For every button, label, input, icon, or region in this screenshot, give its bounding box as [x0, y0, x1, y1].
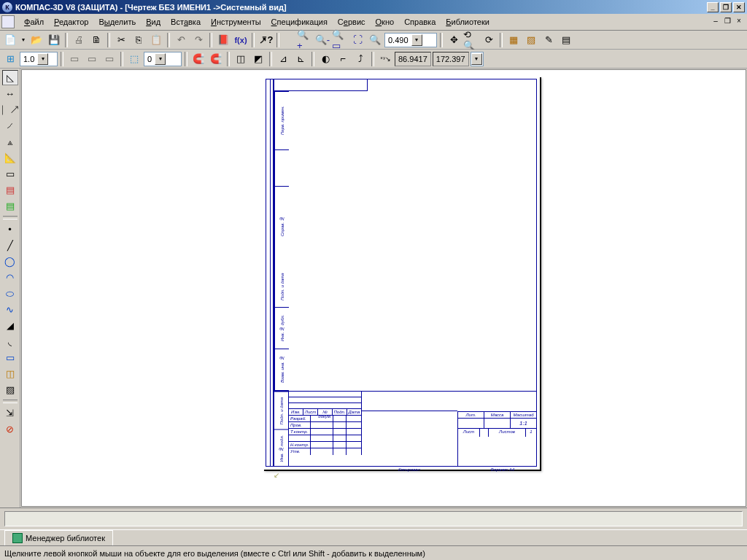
- zoom-in-button[interactable]: 🔍+: [297, 32, 313, 48]
- doc-icon[interactable]: [1, 15, 15, 28]
- view1-button[interactable]: ▦: [506, 32, 522, 48]
- toolbar-main: 📄 ▾ 📂 💾 🖨 🗎 ✂ ⎘ 📋 ↶ ↷ 📕 f(x) ⭷? 🔍+ 🔍- 🔍▭…: [0, 31, 747, 50]
- menu-insert[interactable]: Вставка: [166, 16, 206, 28]
- mdi-restore[interactable]: ❐: [722, 18, 732, 26]
- menu-select[interactable]: Выделить: [93, 16, 141, 28]
- zoom-out-button[interactable]: 🔍-: [314, 32, 330, 48]
- new-dropdown[interactable]: ▾: [20, 32, 27, 48]
- menu-help[interactable]: Справка: [399, 16, 441, 28]
- point-tool[interactable]: •: [2, 222, 18, 237]
- canvas[interactable]: Перв. примен. Справ. № Подп. и дата Инв.…: [21, 69, 746, 507]
- print-button[interactable]: 🖨: [71, 32, 87, 48]
- round-button[interactable]: ◐: [317, 51, 333, 67]
- layer-combo[interactable]: 0 ▾: [144, 52, 182, 66]
- window-title: КОМПАС-3D V8 (ЗАЩИТА) - [Чертеж БЕЗ ИМЕН…: [15, 3, 707, 12]
- dropdown-icon[interactable]: ▾: [471, 53, 482, 65]
- lineweight-combo[interactable]: 1.0 ▾: [20, 52, 58, 66]
- wrap-button[interactable]: ⤴: [352, 51, 368, 67]
- variables-button[interactable]: f(x): [233, 32, 249, 48]
- restore-button[interactable]: ❐: [720, 2, 732, 12]
- redo-button[interactable]: ↷: [190, 32, 206, 48]
- rect-tool[interactable]: ▭: [2, 350, 18, 365]
- stop-tool[interactable]: ⊘: [2, 421, 18, 437]
- arc-tool[interactable]: ◠: [2, 270, 18, 285]
- save-button[interactable]: 💾: [46, 32, 62, 48]
- collect-tool[interactable]: ◫: [2, 366, 18, 381]
- redraw-button[interactable]: ⟳: [481, 32, 497, 48]
- cut-button[interactable]: ✂: [113, 32, 129, 48]
- left2-cell: Инв. № дубл.: [274, 308, 289, 349]
- mdi-close[interactable]: ×: [734, 18, 744, 26]
- zoom-window-button[interactable]: 🔍▭: [332, 32, 348, 48]
- window-buttons: _ ❐ ✕: [707, 2, 745, 12]
- geometry-tool[interactable]: ◺: [2, 70, 18, 85]
- symbol-tool[interactable]: ⎸↗: [2, 102, 18, 117]
- dropdown-icon[interactable]: ▾: [37, 53, 48, 65]
- mdi-minimize[interactable]: –: [711, 18, 721, 26]
- menu-libs[interactable]: Библиотеки: [441, 16, 495, 28]
- vcell: Инв. № подл.: [274, 429, 288, 467]
- report-tool[interactable]: ▤: [2, 198, 18, 214]
- ortho1-button[interactable]: ⊿: [275, 51, 291, 67]
- edit-tool[interactable]: ⟋: [2, 118, 18, 133]
- grid-button[interactable]: ⊞: [2, 51, 18, 67]
- snap2-button[interactable]: 🧲: [208, 51, 224, 67]
- snap1-button[interactable]: 🧲: [190, 51, 206, 67]
- paste-button[interactable]: 📋: [148, 32, 164, 48]
- zoom-fit-button[interactable]: ⛶: [349, 32, 365, 48]
- view3-button[interactable]: ✎: [541, 32, 557, 48]
- view2-button[interactable]: ▨: [523, 32, 539, 48]
- property-panel-inner[interactable]: [4, 511, 743, 526]
- fillet-tool[interactable]: ◟: [2, 334, 18, 349]
- ortho-button[interactable]: ⌐: [335, 51, 351, 67]
- coord-dropdown[interactable]: ▾: [471, 52, 484, 66]
- workarea: ◺ ↔ ⎸↗ ⟋ ⟁ 📐 ▭ ▤ ▤ • ╱ ◯ ◠ ⬭ ∿ ◢ ◟ ▭ ◫ ▨…: [0, 69, 747, 508]
- copy-button[interactable]: ⎘: [131, 32, 147, 48]
- ellipse-tool[interactable]: ⬭: [2, 286, 18, 301]
- menu-spec[interactable]: Спецификация: [266, 16, 333, 28]
- menu-file[interactable]: Файл: [19, 16, 49, 28]
- undo-button[interactable]: ↶: [173, 32, 189, 48]
- layer2-button[interactable]: ▭: [84, 51, 100, 67]
- close-button[interactable]: ✕: [733, 2, 745, 12]
- ortho2-button[interactable]: ⊾: [293, 51, 309, 67]
- param2-button[interactable]: ◩: [250, 51, 266, 67]
- line-tool[interactable]: ╱: [2, 238, 18, 253]
- zoom-combo[interactable]: 0.490 ▾: [384, 33, 437, 47]
- libmgr-tab[interactable]: Менеджер библиотек: [4, 530, 113, 545]
- chamfer-tool[interactable]: ◢: [2, 318, 18, 333]
- circle-tool[interactable]: ◯: [2, 254, 18, 269]
- measure-tool[interactable]: 📐: [2, 150, 18, 166]
- zoom-prev-button[interactable]: ⟲🔍: [463, 32, 479, 48]
- minimize-button[interactable]: _: [707, 2, 719, 12]
- menu-service[interactable]: Сервис: [333, 16, 371, 28]
- hatch2-tool[interactable]: ▨: [2, 382, 18, 397]
- drag-tool[interactable]: ⇲: [2, 405, 18, 421]
- param-tool[interactable]: ⟁: [2, 134, 18, 149]
- property-panel: [0, 508, 747, 529]
- dropdown-icon[interactable]: ▾: [411, 34, 422, 46]
- open-button[interactable]: 📂: [28, 32, 44, 48]
- layer3-button[interactable]: ▭: [101, 51, 117, 67]
- view4-button[interactable]: ▤: [558, 32, 574, 48]
- pan-button[interactable]: ✥: [446, 32, 462, 48]
- help-cursor-button[interactable]: ⭷?: [258, 32, 274, 48]
- dimension-tool[interactable]: ↔: [2, 86, 18, 101]
- param1-button[interactable]: ◫: [233, 51, 249, 67]
- zoom-object-button[interactable]: 🔍: [367, 32, 383, 48]
- spline-tool[interactable]: ∿: [2, 302, 18, 317]
- menu-tools[interactable]: Инструменты: [206, 16, 266, 28]
- layer1-button[interactable]: ▭: [66, 51, 82, 67]
- drawing-sheet[interactable]: Перв. примен. Справ. № Подп. и дата Инв.…: [263, 76, 540, 470]
- menu-editor[interactable]: Редактор: [49, 16, 93, 28]
- app-icon: К: [2, 2, 12, 12]
- menu-window[interactable]: Окно: [371, 16, 400, 28]
- dropdown-icon[interactable]: ▾: [155, 53, 166, 65]
- spec-tool[interactable]: ▤: [2, 182, 18, 198]
- menu-view[interactable]: Вид: [141, 16, 166, 28]
- new-button[interactable]: 📄: [2, 32, 18, 48]
- select-tool[interactable]: ▭: [2, 166, 18, 182]
- preview-button[interactable]: 🗎: [88, 32, 104, 48]
- properties-button[interactable]: 📕: [215, 32, 231, 48]
- hatch-button[interactable]: ⬚: [126, 51, 142, 67]
